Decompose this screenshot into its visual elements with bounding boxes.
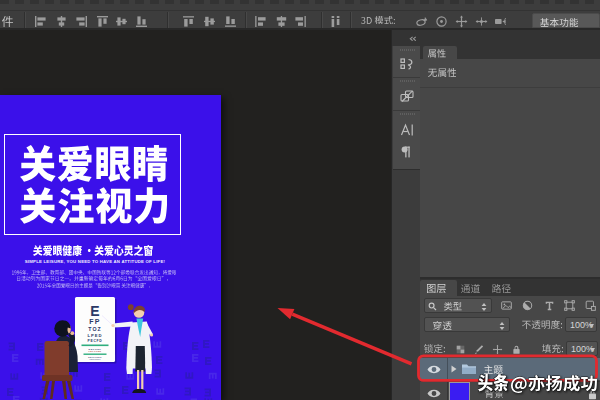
visibility-eye-icon[interactable] [427,365,441,374]
patient-on-chair [42,320,78,399]
drag-handle[interactable] [400,49,415,51]
panel-icon-group [393,46,421,170]
collapse-panels-icon[interactable] [409,36,417,42]
filter-type-layers-icon[interactable] [544,300,555,311]
distribute-vertical-centers-icon[interactable] [203,15,216,28]
divider [447,358,448,380]
tab-properties-label [428,49,446,58]
fill-field[interactable]: 100% [566,341,598,356]
layer-filter-kind-dropdown[interactable] [424,298,492,313]
svg-text:E: E [90,303,99,319]
lock-position-icon[interactable] [492,344,503,355]
separator [350,12,352,28]
lock-image-pixels-icon[interactable] [473,344,484,355]
dropdown-arrow-icon [589,324,594,328]
svg-text:LPED: LPED [88,333,103,338]
transform-controls-label [2,16,13,27]
opacity-field[interactable]: 100% [565,317,597,332]
workspace-switcher-button[interactable] [532,13,600,28]
poster-illustration: E FP TOZ LPED PECFD EDFCZP FELOPZD DEFPO… [0,95,221,400]
dropdown-arrow-icon [590,348,595,352]
expand-triangle-icon[interactable] [451,365,457,373]
opacity-label [522,320,562,329]
paragraph-panel-icon[interactable] [399,144,415,160]
eye-chart: E FP TOZ LPED PECFD EDFCZP FELOPZD DEFPO… [75,297,117,364]
3d-scale-icon[interactable] [494,15,507,28]
separator [393,110,421,111]
svg-text:PECFD: PECFD [88,339,103,343]
distribute-top-edges-icon[interactable] [182,15,195,28]
layer-name [484,365,503,374]
svg-text:FDPLTCEO: FDPLTCEO [89,358,101,360]
svg-text:TOZ: TOZ [88,326,102,332]
3d-roll-icon[interactable] [435,15,448,28]
blend-mode-value [433,321,452,330]
svg-text:FP: FP [89,318,101,325]
options-bar [0,0,600,30]
3d-drag-icon[interactable] [455,15,468,28]
drag-handle[interactable] [400,80,415,82]
filter-adjustment-layers-icon[interactable] [522,300,533,311]
photoshop-window: SIMPLE LEISURE, YOU NEED TO HAVE AN ATTI… [0,0,600,400]
3d-rotate-icon[interactable] [415,15,428,28]
filter-shape-layers-icon[interactable] [564,300,575,311]
distribute-bottom-edges-icon[interactable] [224,15,237,28]
divider [447,382,448,400]
separator [24,12,26,28]
align-horizontal-centers-icon[interactable] [55,15,68,28]
align-left-edges-icon[interactable] [34,15,47,28]
align-vertical-centers-icon[interactable] [115,15,128,28]
watermark-handle [511,375,597,393]
fill-label [542,344,563,353]
watermark-brand [478,374,509,392]
layers-tab-bar [420,279,600,296]
align-bottom-edges-icon[interactable] [135,15,148,28]
separator [245,12,247,28]
workspace-label [540,18,578,27]
properties-empty-message [428,68,456,77]
separator [167,12,169,28]
tab-layers-label [427,284,446,293]
lock-transparent-pixels-icon[interactable] [455,344,466,355]
align-right-edges-icon[interactable] [75,15,88,28]
spinner-icon [481,303,487,311]
lock-all-icon[interactable] [511,344,522,355]
divider [420,87,600,88]
bar-divider [0,10,600,11]
blend-mode-dropdown[interactable] [424,317,510,332]
align-top-edges-icon[interactable] [96,15,109,28]
filter-pixel-layers-icon[interactable] [501,300,512,311]
distribute-right-edges-icon[interactable] [294,15,307,28]
kind-label [444,302,462,311]
spinner-icon [499,322,505,330]
tab-paths[interactable] [492,284,511,293]
drag-handle[interactable] [400,113,415,115]
layer-comps-icon[interactable] [399,88,415,104]
document-canvas[interactable]: SIMPLE LEISURE, YOU NEED TO HAVE AN ATTI… [0,30,391,400]
layer-thumbnail-swatch [450,383,469,400]
collapsed-panels-strip [391,30,420,400]
3d-mode-label [361,16,395,25]
tab-properties[interactable] [423,46,457,59]
distribute-horizontal-centers-icon[interactable] [275,15,288,28]
toolbar-sliver [0,0,600,4]
filter-smart-objects-icon[interactable] [585,300,596,311]
svg-text:FELOPZD: FELOPZD [88,350,101,352]
poster-artwork: SIMPLE LEISURE, YOU NEED TO HAVE AN ATTI… [0,95,221,400]
tab-channels[interactable] [461,284,480,293]
right-dock: 100% 100% [420,30,600,400]
tab-layers[interactable] [420,280,457,296]
character-panel-icon[interactable] [399,122,415,138]
lock-label [424,344,445,353]
clone-source-icon[interactable] [399,56,415,72]
visibility-eye-icon[interactable] [427,389,441,398]
dock-strip-header [392,30,421,46]
group-folder-icon [461,363,477,375]
watermark [478,374,600,396]
search-icon [428,302,437,311]
separator [321,12,323,28]
3d-slide-icon[interactable] [475,15,488,28]
auto-align-layers-icon[interactable] [329,15,342,28]
separator [393,77,421,78]
distribute-left-edges-icon[interactable] [254,15,267,28]
